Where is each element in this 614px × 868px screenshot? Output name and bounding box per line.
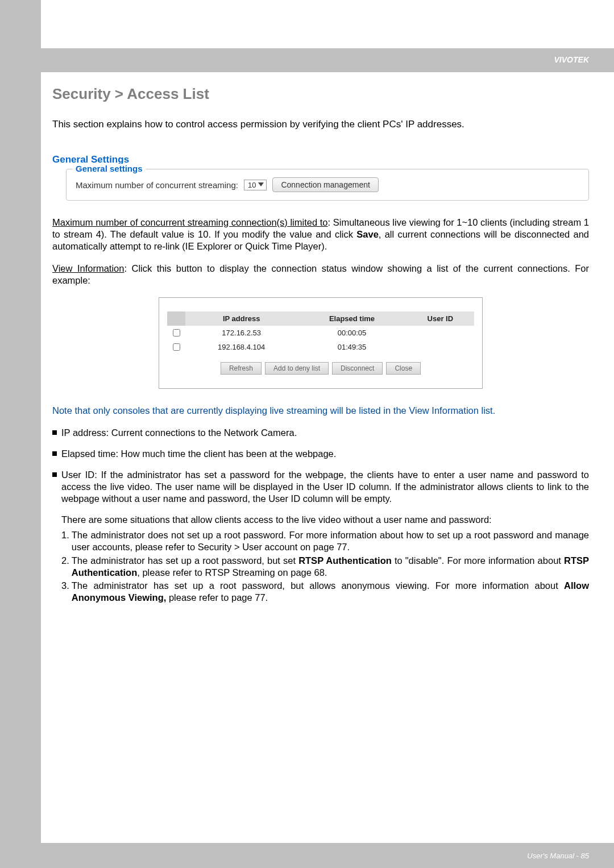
row-checkbox[interactable] bbox=[173, 329, 180, 337]
footer-page-label: User's Manual - 85 bbox=[527, 852, 589, 860]
cell-user bbox=[406, 326, 474, 340]
brand-label: VIVOTEK bbox=[554, 55, 589, 64]
rtsp-auth-bold-1: RTSP Authentication bbox=[298, 555, 392, 566]
add-to-deny-button[interactable]: Add to deny list bbox=[265, 362, 329, 375]
page-content: Security > Access List This section expl… bbox=[52, 85, 589, 605]
concurrent-streaming-select[interactable]: 10 bbox=[244, 180, 267, 190]
bullet-elapsed-time: Elapsed time: How much time the client h… bbox=[52, 448, 589, 460]
bullet-square-icon bbox=[52, 430, 57, 435]
table-header-row: IP address Elapsed time User ID bbox=[167, 312, 474, 326]
cell-ip: 192.168.4.104 bbox=[185, 340, 297, 354]
header-bar: VIVOTEK bbox=[0, 48, 614, 72]
cell-user bbox=[406, 340, 474, 354]
view-information-paragraph: View Information: Click this button to d… bbox=[52, 263, 589, 286]
table-row: 192.168.4.104 01:49:35 bbox=[167, 340, 474, 354]
fieldset-legend: General settings bbox=[72, 164, 146, 173]
bullet-user-text: User ID: If the administrator has set a … bbox=[61, 469, 589, 505]
page-title: Security > Access List bbox=[52, 85, 589, 103]
situation-3: 3. The administrator has set up a root p… bbox=[61, 580, 589, 604]
disconnect-button[interactable]: Disconnect bbox=[332, 362, 383, 375]
header-userid: User ID bbox=[406, 312, 474, 326]
connection-button-row: Refresh Add to deny list Disconnect Clos… bbox=[167, 362, 474, 375]
general-settings-fieldset: General settings Maximum number of concu… bbox=[66, 169, 589, 201]
concurrent-streaming-row: Maximum number of concurrent streaming: … bbox=[76, 177, 579, 192]
row-checkbox[interactable] bbox=[173, 343, 180, 351]
note-text: Note that only consoles that are current… bbox=[52, 405, 589, 417]
cell-elapsed: 01:49:35 bbox=[297, 340, 406, 354]
header-ip: IP address bbox=[185, 312, 297, 326]
cell-ip: 172.16.2.53 bbox=[185, 326, 297, 340]
situation-1: 1. The administrator does not set up a r… bbox=[61, 529, 589, 553]
close-button[interactable]: Close bbox=[386, 362, 421, 375]
bullet-square-icon bbox=[52, 451, 57, 456]
bullet-square-icon bbox=[52, 472, 57, 477]
table-row: 172.16.2.53 00:00:05 bbox=[167, 326, 474, 340]
concurrent-streaming-value: 10 bbox=[248, 181, 256, 189]
situations-intro: There are some situations that allow cli… bbox=[61, 514, 589, 526]
chevron-down-icon bbox=[258, 182, 264, 187]
max-concurrent-paragraph: Maximum number of concurrent streaming c… bbox=[52, 217, 589, 252]
num-3: 3. bbox=[61, 580, 69, 604]
connection-table: IP address Elapsed time User ID 172.16.2… bbox=[167, 312, 474, 354]
footer-bar: User's Manual - 85 bbox=[0, 843, 614, 868]
bullet-ip-address: IP address: Current connections to the N… bbox=[52, 427, 589, 439]
situation-2-text: The administrator has set up a root pass… bbox=[72, 555, 589, 579]
connection-table-panel: IP address Elapsed time User ID 172.16.2… bbox=[159, 297, 483, 389]
connection-management-button[interactable]: Connection management bbox=[272, 177, 378, 192]
allow-anon-bold: Allow Anonymous Viewing, bbox=[72, 580, 589, 603]
intro-paragraph: This section explains how to control acc… bbox=[52, 119, 589, 130]
refresh-button[interactable]: Refresh bbox=[221, 362, 262, 375]
cell-elapsed: 00:00:05 bbox=[297, 326, 406, 340]
left-margin-bar bbox=[0, 0, 41, 868]
svg-marker-0 bbox=[258, 182, 264, 186]
view-information-text: : Click this button to display the conne… bbox=[52, 263, 589, 285]
bullet-user-id: User ID: If the administrator has set a … bbox=[52, 469, 589, 505]
bullet-elapsed-text: Elapsed time: How much time the client h… bbox=[61, 448, 589, 460]
header-elapsed: Elapsed time bbox=[297, 312, 406, 326]
situation-1-text: The administrator does not set up a root… bbox=[72, 529, 589, 553]
situations-list: 1. The administrator does not set up a r… bbox=[61, 529, 589, 604]
situation-3-text: The administrator has set up a root pass… bbox=[72, 580, 589, 604]
header-checkbox-col bbox=[167, 312, 185, 326]
concurrent-streaming-label: Maximum number of concurrent streaming: bbox=[76, 180, 238, 190]
situation-2: 2. The administrator has set up a root p… bbox=[61, 555, 589, 579]
view-information-underline: View Information bbox=[52, 263, 124, 273]
max-concurrent-underline: Maximum number of concurrent streaming c… bbox=[52, 217, 328, 227]
bullet-ip-text: IP address: Current connections to the N… bbox=[61, 427, 589, 439]
num-2: 2. bbox=[61, 555, 69, 579]
save-bold: Save bbox=[356, 229, 379, 239]
num-1: 1. bbox=[61, 529, 69, 553]
